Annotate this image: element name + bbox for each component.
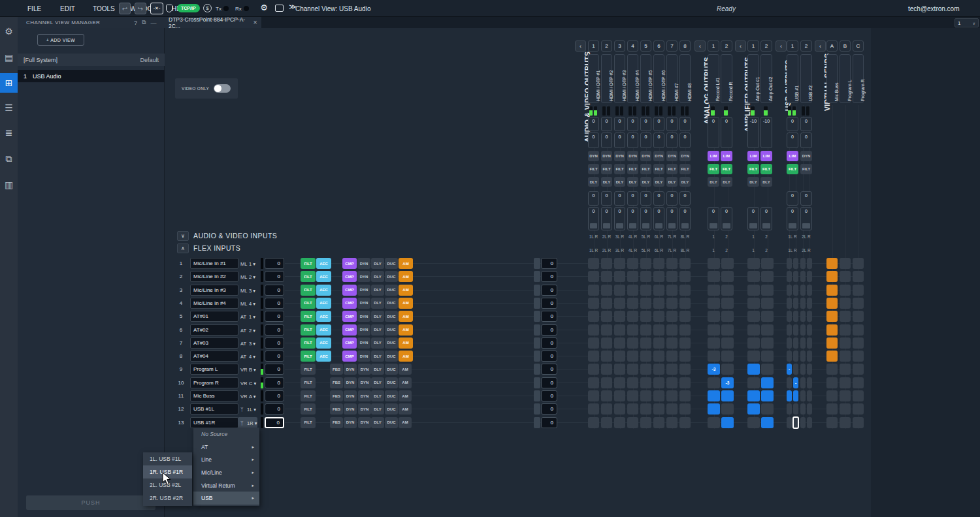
matrix-cell[interactable]: [627, 390, 638, 401]
input-block-am[interactable]: AM: [399, 258, 413, 269]
input-gain-field[interactable]: 0: [265, 377, 284, 388]
input-port-selector[interactable]: 1R ▾: [247, 420, 257, 426]
matrix-cell[interactable]: [679, 311, 691, 322]
input-trim-field[interactable]: 0: [541, 390, 557, 401]
output-gain-fader[interactable]: 0: [601, 133, 612, 148]
input-block-duc[interactable]: DUC: [385, 298, 398, 309]
matrix-cell[interactable]: [761, 364, 774, 375]
input-trim-field[interactable]: 0: [541, 271, 557, 282]
matrix-cell[interactable]: [747, 377, 760, 388]
matrix-cell[interactable]: [614, 337, 625, 349]
input-block-duc[interactable]: DUC: [385, 324, 398, 336]
fader-handle[interactable]: [642, 223, 649, 228]
matrix-cell[interactable]: [679, 364, 691, 375]
output-gain-fader[interactable]: 0: [800, 133, 812, 148]
route-undo-button[interactable]: ↩: [119, 3, 131, 14]
input-block-filt[interactable]: FILT: [301, 258, 316, 269]
input-block-am[interactable]: AM: [399, 351, 413, 362]
matrix-cell[interactable]: [807, 285, 812, 296]
output-trim-fader[interactable]: 0: [787, 207, 798, 230]
matrix-cell[interactable]: [840, 298, 851, 309]
matrix-cell[interactable]: [761, 258, 774, 269]
matrix-cell[interactable]: [747, 351, 760, 362]
input-block-am[interactable]: AM: [399, 337, 413, 349]
matrix-cell[interactable]: [761, 403, 774, 415]
route-redo-button[interactable]: ↪: [135, 3, 146, 14]
matrix-cell[interactable]: [640, 285, 651, 296]
output-trim-fader[interactable]: 0: [679, 207, 691, 230]
output-block-filt[interactable]: FILT: [787, 164, 798, 174]
matrix-cell-routed[interactable]: [826, 298, 838, 309]
output-gain-fader[interactable]: 0: [653, 117, 664, 131]
matrix-cell[interactable]: [588, 390, 599, 401]
device-rack-icon[interactable]: ▤: [0, 48, 18, 67]
channel-view-icon[interactable]: ⊞: [0, 73, 18, 93]
input-port-selector[interactable]: 3 ▾: [249, 288, 255, 294]
menu-edit[interactable]: EDIT: [56, 0, 79, 17]
input-block-am[interactable]: AM: [399, 324, 413, 336]
input-port-selector[interactable]: 4 ▾: [249, 354, 255, 360]
input-name-field[interactable]: AT#04: [190, 351, 238, 362]
matrix-cell[interactable]: [793, 285, 798, 296]
matrix-cell[interactable]: [853, 377, 864, 388]
output-trim-fader[interactable]: 0: [747, 207, 759, 230]
fader-handle[interactable]: [590, 223, 597, 228]
output-trim-fader[interactable]: 0: [653, 191, 664, 206]
matrix-cell[interactable]: [640, 417, 651, 428]
output-block-dly[interactable]: DLY: [588, 177, 599, 187]
matrix-cell[interactable]: [747, 417, 760, 428]
input-block-dly[interactable]: DLY: [371, 364, 384, 375]
matrix-cell[interactable]: [666, 285, 678, 296]
fader-handle[interactable]: [710, 223, 717, 228]
matrix-cell-focused[interactable]: [792, 416, 799, 429]
output-block-lim[interactable]: LIM: [708, 151, 719, 161]
output-gain-fader[interactable]: 0: [787, 133, 798, 148]
matrix-cell-routed[interactable]: [793, 390, 798, 401]
matrix-cell[interactable]: [807, 324, 812, 336]
output-block-dly[interactable]: DLY: [708, 177, 719, 187]
output-block-dyn[interactable]: DYN: [627, 151, 638, 161]
matrix-cell[interactable]: [640, 390, 651, 401]
input-gain-field[interactable]: 0: [265, 351, 284, 362]
output-col-number[interactable]: C: [853, 40, 864, 52]
input-trim-handle[interactable]: [534, 285, 540, 296]
input-block-duc[interactable]: DUC: [385, 390, 398, 401]
menu-tools[interactable]: TOOLS: [89, 0, 119, 17]
matrix-cell[interactable]: [666, 351, 678, 362]
output-block-dyn[interactable]: DYN: [614, 151, 625, 161]
input-block-cmp[interactable]: CMP: [342, 351, 357, 362]
output-col-number[interactable]: 2: [721, 40, 732, 52]
output-trim-fader[interactable]: 0: [760, 207, 772, 230]
input-block-am[interactable]: AM: [399, 377, 412, 388]
output-block-lim[interactable]: LIM: [747, 151, 759, 161]
matrix-cell[interactable]: [787, 324, 792, 336]
matrix-cell[interactable]: [653, 324, 664, 336]
macros-icon[interactable]: ≣: [0, 123, 18, 142]
matrix-cell[interactable]: [853, 311, 864, 322]
input-name-field[interactable]: AT#02: [190, 324, 238, 336]
output-block-dyn[interactable]: DYN: [800, 151, 812, 161]
fader-handle[interactable]: [749, 223, 757, 228]
output-block-dly[interactable]: DLY: [679, 177, 691, 187]
input-port-selector[interactable]: 3 ▾: [249, 341, 255, 347]
input-block-dyn[interactable]: DYN: [357, 285, 370, 296]
matrix-cell[interactable]: [666, 390, 678, 401]
matrix-cell[interactable]: [640, 298, 651, 309]
input-trim-handle[interactable]: [534, 364, 540, 375]
input-block-filt[interactable]: FILT: [301, 390, 316, 401]
input-block-dly[interactable]: DLY: [371, 258, 384, 269]
source-submenu-item[interactable]: 2R. USB #2R: [143, 492, 192, 505]
input-trim-handle[interactable]: [534, 258, 540, 269]
matrix-cell[interactable]: [807, 364, 812, 375]
matrix-cell[interactable]: [787, 285, 792, 296]
input-block-dyn[interactable]: DYN: [344, 417, 357, 428]
input-block-am[interactable]: AM: [399, 271, 413, 282]
input-gain-field[interactable]: 0: [265, 364, 284, 375]
output-block-filt[interactable]: FILT: [627, 164, 638, 174]
matrix-cell[interactable]: [853, 417, 864, 428]
output-gain-fader[interactable]: -10: [760, 117, 772, 148]
input-block-dly[interactable]: DLY: [371, 298, 384, 309]
input-trim-field[interactable]: 0: [541, 298, 557, 309]
matrix-cell[interactable]: [800, 351, 806, 362]
matrix-cell[interactable]: [840, 324, 851, 336]
